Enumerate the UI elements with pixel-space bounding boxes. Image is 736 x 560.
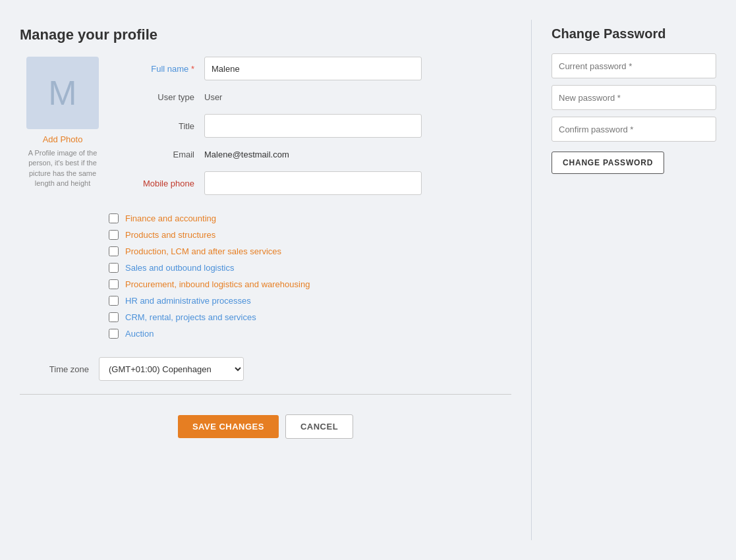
checkbox-row: Auction bbox=[109, 329, 511, 339]
form-divider bbox=[20, 394, 511, 395]
page-title: Manage your profile bbox=[20, 26, 511, 43]
checkbox-row: CRM, rental, projects and services bbox=[109, 312, 511, 322]
timezone-label: Time zone bbox=[20, 364, 99, 374]
checkbox-label-cb8[interactable]: Auction bbox=[125, 329, 154, 339]
avatar-letter: M bbox=[48, 73, 76, 113]
checkbox-label-cb4[interactable]: Sales and outbound logistics bbox=[125, 263, 235, 273]
full-name-input[interactable] bbox=[204, 57, 422, 80]
checkbox-label-cb7[interactable]: CRM, rental, projects and services bbox=[125, 312, 256, 322]
cancel-button[interactable]: CANCEL bbox=[285, 414, 353, 439]
mobile-phone-label: Mobile phone bbox=[125, 179, 204, 188]
checkbox-cb1[interactable] bbox=[109, 213, 119, 223]
change-password-button[interactable]: CHANGE PASSWORD bbox=[552, 152, 664, 174]
new-password-input[interactable] bbox=[552, 85, 716, 110]
full-name-label: Full name * bbox=[125, 64, 204, 74]
checkbox-cb3[interactable] bbox=[109, 246, 119, 256]
checkbox-label-cb6[interactable]: HR and administrative processes bbox=[125, 296, 251, 306]
avatar-hint: A Profile image of the person, it's best… bbox=[20, 148, 105, 189]
checkbox-label-cb2[interactable]: Products and structures bbox=[125, 230, 215, 240]
checkbox-row: Finance and accounting bbox=[109, 213, 511, 223]
checkbox-cb2[interactable] bbox=[109, 230, 119, 240]
timezone-row: Time zone (GMT+01:00) Copenhagen bbox=[20, 357, 511, 381]
save-button[interactable]: SAVE CHANGES bbox=[178, 415, 279, 438]
user-type-row: User type User bbox=[125, 92, 511, 102]
checkbox-row: Production, LCM and after sales services bbox=[109, 246, 511, 256]
title-row: Title bbox=[125, 114, 511, 138]
checkbox-label-cb1[interactable]: Finance and accounting bbox=[125, 213, 216, 223]
checkbox-cb8[interactable] bbox=[109, 329, 119, 339]
mobile-phone-input[interactable] bbox=[204, 171, 422, 195]
current-password-input[interactable] bbox=[552, 53, 716, 78]
timezone-select[interactable]: (GMT+01:00) Copenhagen bbox=[99, 357, 244, 381]
action-buttons: SAVE CHANGES CANCEL bbox=[20, 408, 511, 445]
checkbox-cb6[interactable] bbox=[109, 296, 119, 306]
checkbox-row: Products and structures bbox=[109, 230, 511, 240]
title-input[interactable] bbox=[204, 114, 422, 138]
checkbox-row: HR and administrative processes bbox=[109, 296, 511, 306]
confirm-password-input[interactable] bbox=[552, 117, 716, 142]
checkbox-label-cb3[interactable]: Production, LCM and after sales services bbox=[125, 246, 281, 256]
avatar: M bbox=[26, 57, 99, 129]
mobile-phone-row: Mobile phone bbox=[125, 171, 511, 195]
checkbox-row: Procurement, inbound logistics and wareh… bbox=[109, 279, 511, 289]
checkboxes-section: Finance and accountingProducts and struc… bbox=[109, 213, 511, 345]
add-photo-link[interactable]: Add Photo bbox=[43, 134, 83, 144]
checkbox-label-cb5[interactable]: Procurement, inbound logistics and wareh… bbox=[125, 279, 310, 289]
email-label: Email bbox=[125, 150, 204, 159]
email-row: Email Malene@testmail.com bbox=[125, 150, 511, 159]
checkbox-cb7[interactable] bbox=[109, 312, 119, 322]
user-type-value: User bbox=[204, 92, 222, 102]
checkbox-row: Sales and outbound logistics bbox=[109, 263, 511, 273]
checkbox-cb4[interactable] bbox=[109, 263, 119, 273]
user-type-label: User type bbox=[125, 92, 204, 102]
change-password-title: Change Password bbox=[552, 26, 716, 42]
checkbox-cb5[interactable] bbox=[109, 279, 119, 289]
email-value: Malene@testmail.com bbox=[204, 150, 289, 159]
form-area: Full name * User type User Title Email bbox=[125, 57, 511, 207]
right-panel: Change Password CHANGE PASSWORD bbox=[532, 13, 736, 547]
title-label: Title bbox=[125, 121, 204, 131]
avatar-area: M Add Photo A Profile image of the perso… bbox=[20, 57, 105, 189]
full-name-row: Full name * bbox=[125, 57, 511, 80]
required-star: * bbox=[191, 64, 194, 74]
